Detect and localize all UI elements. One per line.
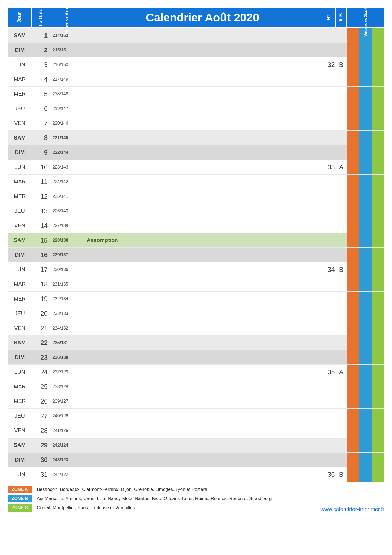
vacation-zone-c [372, 277, 384, 291]
vacation-zone-c [372, 467, 384, 482]
day-number: 218/148 [50, 87, 83, 101]
vacation-zone-a [347, 350, 359, 364]
day-number: 236/130 [50, 350, 83, 365]
day-date: 22 [32, 335, 50, 350]
day-date: 14 [32, 218, 50, 233]
ab-indicator [336, 87, 347, 101]
vacation-zone-c [372, 204, 384, 218]
ab-indicator [336, 43, 347, 57]
table-row: SAM15228/138Assomption [8, 233, 384, 248]
week-number [322, 379, 336, 394]
vacation-zone-b [359, 409, 372, 423]
vacation-zone-c [372, 423, 384, 438]
vacation-zone-a [347, 394, 359, 408]
vacation-zone-c [372, 262, 384, 277]
week-number [322, 423, 336, 438]
ab-indicator: B [336, 57, 347, 72]
day-name: SAM [8, 438, 32, 453]
vacation-zone-c [372, 306, 384, 321]
day-number: 244/122 [50, 467, 83, 482]
day-number: 237/129 [50, 365, 83, 379]
vacation-cell [347, 175, 384, 189]
day-name: JEU [8, 101, 32, 116]
week-number: 33 [322, 160, 336, 175]
vacation-zone-a [347, 57, 359, 72]
vacation-zone-a [347, 28, 359, 43]
vacation-zone-a [347, 204, 359, 218]
vacation-zone-c [372, 233, 384, 247]
table-row: MER26239/127 [8, 394, 384, 409]
table-row: LUN31244/12236B [8, 467, 384, 482]
vacation-zone-c [372, 248, 384, 262]
table-row: LUN24237/12935A [8, 365, 384, 379]
vacation-zone-a [347, 116, 359, 130]
day-event [83, 423, 322, 438]
vacation-cell [347, 72, 384, 87]
vacation-zone-b [359, 248, 372, 262]
day-name: VEN [8, 321, 32, 335]
vacation-cell [347, 262, 384, 277]
vacation-zone-b [359, 43, 372, 57]
vacation-zone-a [347, 262, 359, 277]
header-week: N° [322, 8, 336, 28]
day-date: 27 [32, 409, 50, 423]
day-name: DIM [8, 145, 32, 160]
vacation-zone-c [372, 116, 384, 130]
day-name: DIM [8, 453, 32, 467]
day-name: MER [8, 189, 32, 204]
vacation-cell [347, 409, 384, 423]
day-number: 224/142 [50, 175, 83, 189]
week-number [322, 101, 336, 116]
vacation-zone-a [347, 453, 359, 467]
day-event [83, 453, 322, 467]
day-number: 229/137 [50, 248, 83, 262]
day-event [83, 189, 322, 204]
day-name: DIM [8, 350, 32, 365]
day-date: 7 [32, 116, 50, 131]
day-event: Assomption [83, 233, 322, 248]
day-number: 231/135 [50, 277, 83, 292]
day-number: 219/147 [50, 101, 83, 116]
day-date: 21 [32, 321, 50, 335]
week-number [322, 28, 336, 43]
day-number: 226/140 [50, 204, 83, 218]
vacation-zone-b [359, 306, 372, 321]
day-event [83, 277, 322, 292]
header-jour: Jour [8, 8, 32, 28]
vacation-zone-a [347, 218, 359, 233]
table-row: DIM16229/137 [8, 248, 384, 262]
table-row: JEU20233/133 [8, 306, 384, 321]
vacation-cell [347, 335, 384, 350]
table-row: VEN28241/125 [8, 423, 384, 438]
vacation-zone-a [347, 101, 359, 116]
vacation-zone-b [359, 335, 372, 350]
ab-indicator [336, 321, 347, 335]
day-event [83, 145, 322, 160]
week-number [322, 277, 336, 292]
day-number: 227/139 [50, 218, 83, 233]
table-row: DIM2215/151 [8, 43, 384, 57]
week-number [322, 321, 336, 335]
zone-c-text: Créteil, Montpellier, Paris, Toulouse et… [37, 505, 135, 511]
ab-indicator [336, 218, 347, 233]
day-name: MER [8, 87, 32, 101]
day-event [83, 248, 322, 262]
week-number [322, 438, 336, 453]
day-name: SAM [8, 233, 32, 248]
day-name: JEU [8, 409, 32, 423]
vacation-zone-c [372, 350, 384, 364]
vacation-zone-b [359, 262, 372, 277]
day-date: 2 [32, 43, 50, 57]
header-ab: A-B [336, 8, 347, 28]
vacation-zone-b [359, 175, 372, 189]
day-date: 28 [32, 423, 50, 438]
day-event [83, 467, 322, 482]
table-row: MAR11224/142 [8, 175, 384, 189]
day-name: MAR [8, 72, 32, 87]
day-date: 11 [32, 175, 50, 189]
week-number [322, 350, 336, 365]
table-row: VEN14227/139 [8, 218, 384, 233]
table-row: LUN17230/13634B [8, 262, 384, 277]
day-event [83, 438, 322, 453]
vacation-zone-a [347, 87, 359, 101]
